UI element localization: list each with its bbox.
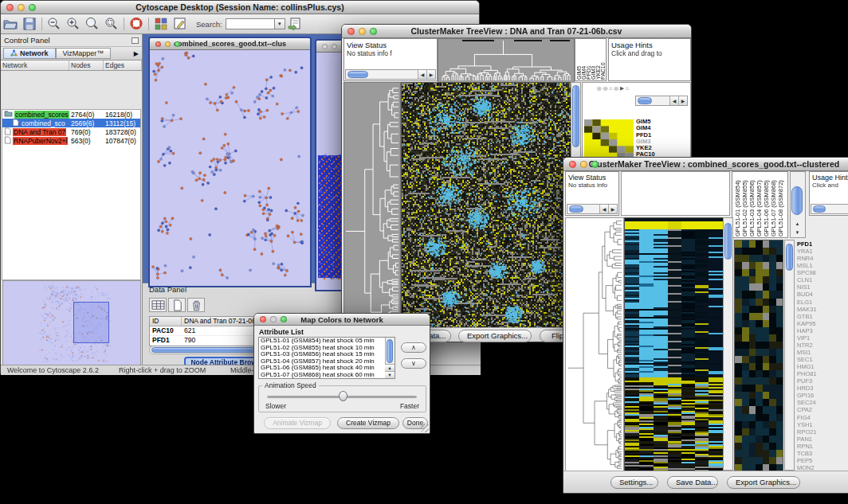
minimize-icon[interactable] — [359, 28, 366, 35]
network-list-item[interactable]: combined_sco2569(6)13112(15) — [2, 119, 140, 127]
create-vizmap-button[interactable]: Create Vizmap — [337, 417, 399, 429]
scroll-left-icon[interactable] — [418, 70, 426, 79]
network-view-titlebar[interactable]: combined_scores_good.txt--cluste... — [150, 38, 310, 50]
row-dendrogram[interactable] — [344, 82, 401, 330]
correlation-heatmap[interactable] — [584, 119, 634, 159]
heatmap-view[interactable] — [624, 217, 724, 472]
column-nodes[interactable]: Nodes — [69, 61, 104, 70]
save-icon[interactable] — [20, 16, 39, 32]
zoom-heatmap-view[interactable] — [734, 240, 783, 472]
scroll-down-icon[interactable] — [385, 371, 395, 378]
move-down-button[interactable]: ∨ — [401, 358, 426, 369]
settings-button[interactable]: Settings... — [610, 476, 658, 489]
column-labels: GPL51-01 (GSM854)GPL51-02 (GSM855)GPL51-… — [732, 171, 788, 238]
new-attribute-icon[interactable] — [168, 298, 186, 312]
vizmapper-icon[interactable] — [151, 16, 171, 32]
id-column-header[interactable]: ID — [150, 317, 182, 326]
row-dendrogram[interactable] — [565, 217, 624, 472]
minimize-icon[interactable] — [165, 41, 171, 47]
zoom-vscrollbar[interactable] — [784, 240, 795, 471]
close-icon[interactable] — [260, 316, 266, 322]
network-list-item[interactable]: DNA and Tran 07769(0)183728(0) — [2, 127, 140, 136]
tab-vizmapper[interactable]: VizMapper™ — [56, 48, 112, 59]
desktop-background: Cytoscape Desktop (Session Name: collins… — [0, 0, 848, 504]
zoom-in-icon[interactable] — [64, 16, 83, 32]
status-welcome: Welcome to Cytoscape 2.6.2 — [7, 366, 99, 374]
attribute-item[interactable]: GPL51-07 (GSM868) heat shock 60 min — [259, 372, 395, 379]
zoom-window-icon[interactable] — [29, 4, 36, 11]
column-edges[interactable]: Edges — [104, 61, 142, 70]
attribute-list-vscrollbar[interactable] — [385, 338, 395, 378]
scroll-down-icon[interactable] — [793, 228, 802, 236]
zoom-window-icon[interactable] — [591, 161, 599, 168]
column-dendrogram[interactable] — [438, 38, 575, 83]
zoom-window-icon[interactable] — [175, 41, 180, 47]
detail-hscrollbar[interactable] — [635, 96, 688, 106]
export-graphics-button[interactable]: Export Graphics... — [458, 330, 532, 342]
network-canvas[interactable] — [151, 50, 309, 286]
close-icon[interactable] — [155, 41, 161, 47]
zoom-window-icon[interactable] — [281, 316, 287, 322]
scroll-up-icon[interactable] — [385, 364, 395, 371]
resize-grip[interactable] — [420, 424, 429, 432]
save-data-button[interactable]: Save Data... — [667, 476, 718, 489]
treeview-combined-titlebar[interactable]: ClusterMaker TreeView : combined_scores_… — [563, 158, 848, 171]
network-name: combined_sco — [21, 119, 66, 127]
treeview-dna-titlebar[interactable]: ClusterMaker TreeView : DNA and Tran 07-… — [342, 25, 691, 38]
usage-hints-hscrollbar[interactable] — [811, 204, 848, 214]
minimize-icon[interactable] — [270, 316, 277, 322]
dialog-titlebar[interactable]: Map Colors to Network — [254, 314, 430, 326]
slider-knob[interactable] — [339, 391, 347, 401]
minimize-icon[interactable] — [580, 161, 587, 168]
column-network[interactable]: Network — [1, 61, 69, 70]
main-titlebar[interactable]: Cytoscape Desktop (Session Name: collins… — [1, 1, 479, 14]
view-status-text: No status info — [566, 182, 618, 189]
close-icon[interactable] — [6, 4, 14, 11]
network-list-item[interactable]: combined_scores2764(0)16218(0) — [2, 110, 140, 119]
birdseye-viewport-rect[interactable] — [73, 302, 109, 343]
tab-network[interactable]: Network — [3, 48, 56, 59]
zoom-window-icon[interactable] — [370, 28, 377, 35]
close-icon[interactable] — [347, 28, 355, 35]
open-icon[interactable] — [1, 16, 20, 32]
view-status-hscrollbar[interactable] — [345, 69, 436, 80]
attribute-list[interactable]: GPL51-01 (GSM854) heat shock 05 minGPL51… — [258, 337, 395, 379]
heatmap-vscrollbar[interactable] — [723, 217, 733, 471]
scroll-up-icon[interactable] — [793, 219, 802, 228]
labels-vscrollbar[interactable] — [790, 171, 806, 238]
view-status-hscrollbar[interactable] — [567, 204, 618, 214]
scroll-left-icon[interactable] — [669, 96, 678, 105]
heatmap-view[interactable] — [401, 82, 571, 330]
attribute-table-icon[interactable] — [149, 298, 167, 312]
zoom-selected-icon[interactable] — [102, 16, 121, 32]
minimize-icon[interactable] — [18, 4, 25, 11]
search-input[interactable] — [226, 18, 275, 29]
zoom-fit-icon[interactable] — [83, 16, 102, 32]
network-view-window[interactable]: combined_scores_good.txt--cluste... — [148, 37, 312, 287]
zoom-out-icon[interactable] — [45, 16, 64, 32]
annotation-icon[interactable] — [171, 16, 190, 32]
birdseye-view[interactable] — [2, 280, 141, 368]
scroll-right-icon[interactable] — [678, 96, 687, 105]
float-panel-icon[interactable] — [132, 37, 139, 44]
network-list-item[interactable]: RNAPuberNov2+l563(0)107847(0) — [2, 136, 140, 145]
mini-toolbar[interactable]: ◎◎⌂◎▶⌂ — [597, 85, 630, 92]
scroll-right-icon[interactable] — [608, 205, 617, 213]
dialog-title: Map Colors to Network — [278, 315, 406, 324]
scroll-right-icon[interactable] — [426, 70, 435, 79]
column-label: PAC10 — [600, 40, 605, 80]
cell-id: PAC10 — [150, 326, 182, 335]
export-graphics-button[interactable]: Export Graphics... — [727, 476, 800, 489]
search-dropdown-icon[interactable] — [275, 18, 285, 29]
import-icon[interactable] — [285, 16, 304, 32]
delete-attribute-icon[interactable] — [187, 298, 205, 312]
scroll-left-icon[interactable] — [599, 205, 608, 213]
move-up-button[interactable]: ∧ — [401, 342, 426, 353]
column-dendrogram-area[interactable] — [621, 171, 730, 216]
tab-overflow-icon[interactable] — [134, 50, 139, 57]
help-icon[interactable] — [127, 16, 146, 32]
close-icon[interactable] — [569, 161, 576, 168]
minimize-icon[interactable] — [332, 44, 337, 49]
column-label: GPL51-06 (GSM865) — [763, 173, 770, 236]
close-icon[interactable] — [322, 44, 328, 49]
